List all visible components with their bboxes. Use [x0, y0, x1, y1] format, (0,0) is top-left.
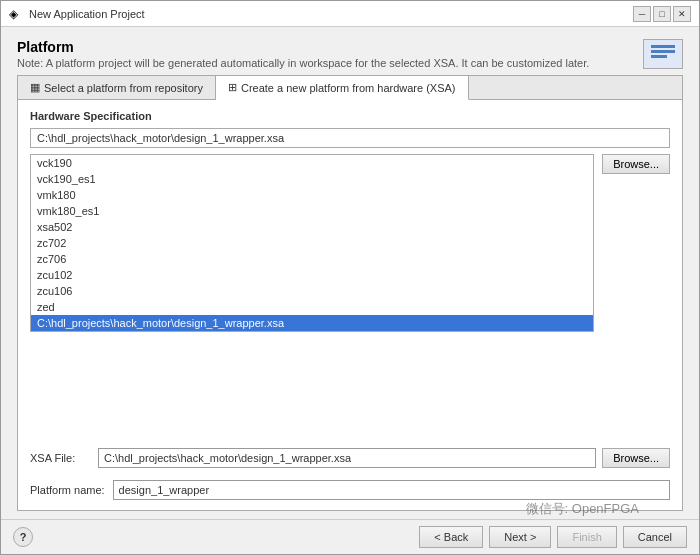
list-item[interactable]: vmk180_es1 — [31, 203, 593, 219]
page-header: Platform Note: A platform project will b… — [17, 39, 683, 69]
hardware-tab-label: Create a new platform from hardware (XSA… — [241, 82, 456, 94]
hardware-tab-icon: ⊞ — [228, 81, 237, 94]
xsa-path-input[interactable] — [98, 448, 596, 468]
list-item[interactable]: zcu102 — [31, 267, 593, 283]
xsa-path-display: C:\hdl_projects\hack_motor\design_1_wrap… — [30, 128, 670, 148]
tab-repo[interactable]: ▦ Select a platform from repository — [18, 76, 216, 99]
svg-rect-0 — [651, 45, 675, 48]
file-list[interactable]: vck190vck190_es1vmk180vmk180_es1xsa502zc… — [30, 154, 594, 332]
list-item[interactable]: vck190_es1 — [31, 171, 593, 187]
tabs-header: ▦ Select a platform from repository ⊞ Cr… — [18, 76, 682, 100]
cancel-button[interactable]: Cancel — [623, 526, 687, 548]
platform-name-row: Platform name: — [30, 480, 670, 500]
finish-button[interactable]: Finish — [557, 526, 616, 548]
browse-button-2[interactable]: Browse... — [602, 154, 670, 174]
repo-tab-label: Select a platform from repository — [44, 82, 203, 94]
list-item[interactable]: zc702 — [31, 235, 593, 251]
svg-rect-2 — [651, 55, 667, 58]
hw-spec-label: Hardware Specification — [30, 110, 670, 122]
repo-tab-icon: ▦ — [30, 81, 40, 94]
platform-icon — [643, 39, 683, 69]
list-item[interactable]: zc706 — [31, 251, 593, 267]
title-bar: ◈ New Application Project ─ □ ✕ — [1, 1, 699, 27]
list-item[interactable]: vmk180 — [31, 187, 593, 203]
window-title: New Application Project — [29, 8, 145, 20]
tabs-area: ▦ Select a platform from repository ⊞ Cr… — [17, 75, 683, 511]
list-item[interactable]: xsa502 — [31, 219, 593, 235]
close-button[interactable]: ✕ — [673, 6, 691, 22]
page-subtitle: Note: A platform project will be generat… — [17, 57, 589, 69]
tab-content-hardware: Hardware Specification C:\hdl_projects\h… — [18, 100, 682, 510]
browse-button[interactable]: Browse... — [602, 448, 670, 468]
minimize-button[interactable]: ─ — [633, 6, 651, 22]
list-item[interactable]: zed — [31, 299, 593, 315]
tab-hardware[interactable]: ⊞ Create a new platform from hardware (X… — [216, 76, 469, 100]
bottom-bar: ? < Back Next > Finish Cancel — [1, 519, 699, 554]
xsa-file-label: XSA File: — [30, 452, 90, 464]
next-button[interactable]: Next > — [489, 526, 551, 548]
platform-name-label: Platform name: — [30, 484, 105, 496]
back-button[interactable]: < Back — [419, 526, 483, 548]
help-button[interactable]: ? — [13, 527, 33, 547]
xsa-file-row: XSA File: Browse... — [30, 448, 670, 468]
list-item[interactable]: zcu106 — [31, 283, 593, 299]
platform-name-input[interactable] — [113, 480, 670, 500]
window-controls: ─ □ ✕ — [633, 6, 691, 22]
window-icon: ◈ — [9, 7, 23, 21]
page-title: Platform — [17, 39, 589, 55]
maximize-button[interactable]: □ — [653, 6, 671, 22]
list-item[interactable]: C:\hdl_projects\hack_motor\design_1_wrap… — [31, 315, 593, 331]
svg-rect-1 — [651, 50, 675, 53]
content-area: Platform Note: A platform project will b… — [1, 27, 699, 519]
list-item[interactable]: vck190 — [31, 155, 593, 171]
